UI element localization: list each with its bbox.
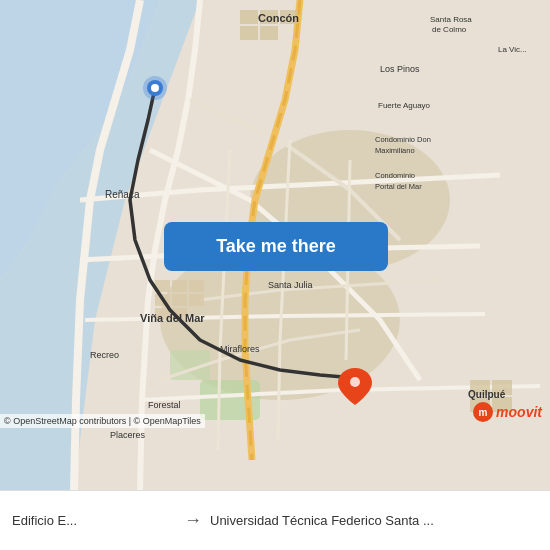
svg-text:de Colmo: de Colmo — [432, 25, 467, 34]
svg-rect-8 — [172, 280, 187, 292]
svg-text:Concón: Concón — [258, 12, 299, 24]
svg-text:Portal del Mar: Portal del Mar — [375, 182, 422, 191]
footer-arrow-icon: → — [184, 510, 202, 531]
moovit-logo-text: moovit — [496, 404, 542, 420]
svg-text:Miraflores: Miraflores — [220, 344, 260, 354]
svg-text:m: m — [479, 407, 488, 418]
svg-text:Condominio Don: Condominio Don — [375, 135, 431, 144]
svg-text:Santa Julia: Santa Julia — [268, 280, 313, 290]
svg-text:Forestal: Forestal — [148, 400, 181, 410]
svg-text:La Vic...: La Vic... — [498, 45, 527, 54]
svg-rect-15 — [240, 10, 258, 24]
svg-rect-9 — [189, 280, 204, 292]
moovit-icon: m — [473, 402, 493, 422]
svg-text:Condominio: Condominio — [375, 171, 415, 180]
svg-point-47 — [350, 377, 360, 387]
footer: Edificio E... → Universidad Técnica Fede… — [0, 490, 550, 550]
svg-rect-18 — [240, 26, 258, 40]
map-container: Concón Reñaca Reñaca Alto Santa Julia Vi… — [0, 0, 550, 490]
svg-rect-11 — [172, 294, 187, 306]
svg-text:Viña del Mar: Viña del Mar — [140, 312, 205, 324]
footer-destination: Universidad Técnica Federico Santa ... — [210, 513, 538, 528]
svg-text:Quilpué: Quilpué — [468, 389, 506, 400]
footer-origin-label: Edificio E... — [12, 513, 176, 528]
svg-text:Maximiliano: Maximiliano — [375, 146, 415, 155]
svg-rect-19 — [260, 26, 278, 40]
svg-text:Reñaca: Reñaca — [105, 189, 140, 200]
svg-text:Los Pinos: Los Pinos — [380, 64, 420, 74]
svg-rect-12 — [189, 294, 204, 306]
moovit-logo: m moovit — [473, 402, 542, 422]
footer-origin: Edificio E... — [12, 513, 176, 528]
svg-point-45 — [151, 84, 159, 92]
svg-text:Santa Rosa: Santa Rosa — [430, 15, 472, 24]
map-attribution: © OpenStreetMap contributors | © OpenMap… — [0, 414, 205, 428]
svg-text:Placeres: Placeres — [110, 430, 146, 440]
svg-text:Recreo: Recreo — [90, 350, 119, 360]
take-me-there-button[interactable]: Take me there — [164, 222, 388, 271]
svg-text:Fuerte Aguayo: Fuerte Aguayo — [378, 101, 431, 110]
footer-destination-label: Universidad Técnica Federico Santa ... — [210, 513, 538, 528]
